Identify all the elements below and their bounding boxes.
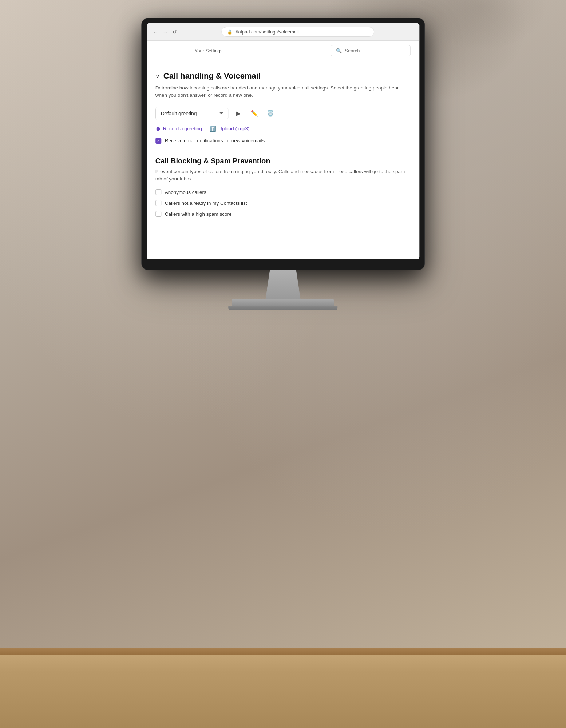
voicemail-section: ∨ Call handling & Voicemail Determine ho… (155, 71, 411, 144)
table-edge (0, 648, 566, 655)
search-input[interactable] (345, 48, 405, 53)
not-in-contacts-item: Callers not already in my Contacts list (155, 200, 411, 206)
monitor-wrapper: ← → ↺ 🔒 dialpad.com/settings/voicemail (142, 18, 425, 310)
record-greeting-label: Record a greeting (163, 126, 202, 131)
monitor-screen: ← → ↺ 🔒 dialpad.com/settings/voicemail (147, 23, 420, 259)
main-content: ∨ Call handling & Voicemail Determine ho… (147, 61, 420, 240)
forward-button[interactable]: → (162, 29, 169, 35)
monitor-bezel: ← → ↺ 🔒 dialpad.com/settings/voicemail (142, 18, 425, 270)
refresh-button[interactable]: ↺ (171, 29, 178, 35)
play-button[interactable]: ▶ (233, 108, 244, 119)
upload-mp3-link[interactable]: ⬆️ Upload (.mp3) (209, 126, 250, 132)
breadcrumb-line-3 (182, 51, 192, 51)
stand-neck (261, 270, 305, 299)
email-notify-checkbox[interactable]: ✓ (155, 138, 161, 144)
email-notify-row: ✓ Receive email notifications for new vo… (155, 138, 411, 144)
chevron-down-icon: ∨ (155, 73, 160, 80)
address-bar[interactable]: 🔒 dialpad.com/settings/voicemail (222, 27, 375, 37)
record-icon: ⏺ (155, 126, 161, 132)
table-surface (0, 648, 566, 728)
edit-button[interactable]: ✏️ (249, 108, 260, 119)
links-row: ⏺ Record a greeting ⬆️ Upload (.mp3) (155, 126, 411, 132)
breadcrumb-line-1 (155, 51, 166, 51)
upload-mp3-label: Upload (.mp3) (218, 126, 250, 131)
app-content: Your Settings 🔍 ∨ Call handling & Voicem… (147, 41, 420, 259)
voicemail-section-title: Call handling & Voicemail (163, 71, 261, 81)
search-icon: 🔍 (336, 48, 342, 53)
stand-base-bottom (229, 306, 338, 310)
breadcrumb-line-2 (169, 51, 179, 51)
dropdown-row: Default greeting Custom greeting ▶ ✏️ 🗑️ (155, 107, 411, 120)
stand-base-top (232, 299, 334, 306)
not-in-contacts-checkbox[interactable] (155, 200, 161, 206)
anonymous-callers-label: Anonymous callers (165, 190, 206, 195)
blocking-section-desc: Prevent certain types of callers from ri… (155, 168, 411, 183)
search-box[interactable]: 🔍 (331, 45, 411, 56)
high-spam-label: Callers with a high spam score (165, 211, 232, 217)
record-greeting-link[interactable]: ⏺ Record a greeting (155, 126, 202, 132)
breadcrumb-label: Your Settings (195, 48, 223, 53)
upload-icon: ⬆️ (209, 126, 216, 132)
monitor-stand (229, 270, 338, 310)
voicemail-section-desc: Determine how incoming calls are handled… (155, 84, 411, 99)
anonymous-callers-checkbox[interactable] (155, 189, 161, 195)
top-nav: Your Settings 🔍 (147, 41, 420, 61)
blocking-section-title: Call Blocking & Spam Prevention (155, 157, 411, 165)
lock-icon: 🔒 (227, 29, 233, 35)
anonymous-callers-item: Anonymous callers (155, 189, 411, 195)
email-notify-label: Receive email notifications for new voic… (165, 138, 266, 143)
browser-chrome: ← → ↺ 🔒 dialpad.com/settings/voicemail (147, 23, 420, 41)
section-title-row: ∨ Call handling & Voicemail (155, 71, 411, 81)
edit-icon: ✏️ (251, 110, 258, 117)
delete-button[interactable]: 🗑️ (265, 108, 276, 119)
blocking-checkbox-list: Anonymous callers Callers not already in… (155, 189, 411, 217)
play-icon: ▶ (236, 110, 241, 117)
url-text: dialpad.com/settings/voicemail (235, 29, 299, 35)
delete-icon: 🗑️ (267, 110, 274, 117)
high-spam-item: Callers with a high spam score (155, 211, 411, 217)
high-spam-checkbox[interactable] (155, 211, 161, 217)
greeting-select[interactable]: Default greeting Custom greeting (155, 107, 228, 120)
blocking-section: Call Blocking & Spam Prevention Prevent … (155, 157, 411, 217)
browser-controls: ← → ↺ (153, 29, 178, 35)
breadcrumb: Your Settings (155, 48, 223, 53)
not-in-contacts-label: Callers not already in my Contacts list (165, 200, 247, 206)
back-button[interactable]: ← (153, 29, 159, 35)
check-icon: ✓ (157, 139, 160, 143)
